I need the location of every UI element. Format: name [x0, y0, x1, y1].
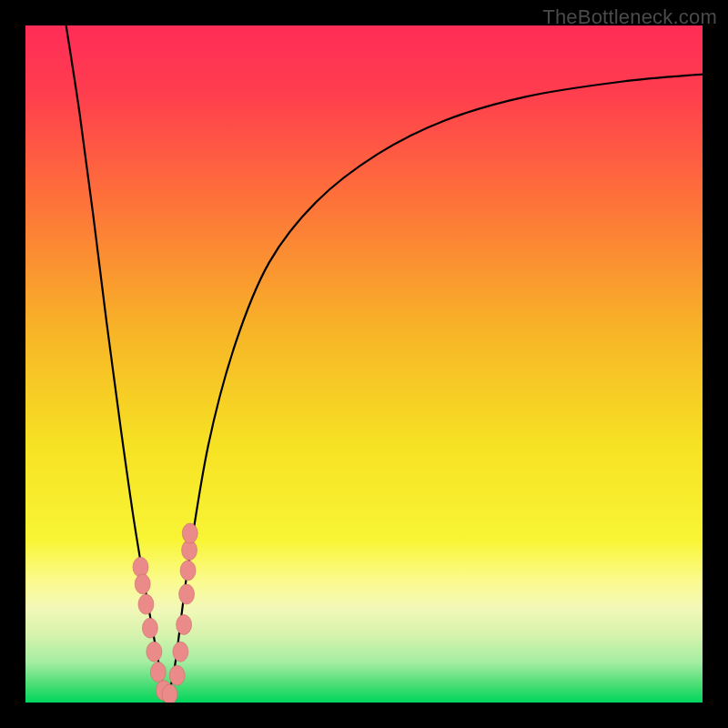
- plot-area: [25, 25, 703, 703]
- marker-point: [177, 614, 192, 634]
- marker-point: [142, 618, 157, 638]
- marker-point: [150, 662, 166, 682]
- curve-right-branch: [166, 75, 703, 703]
- marker-point: [182, 523, 197, 543]
- marker-point: [179, 584, 195, 604]
- marker-point: [138, 594, 154, 614]
- marker-point: [173, 642, 188, 662]
- curve-layer: [25, 25, 703, 703]
- chart-stage: TheBottleneck.com: [0, 0, 728, 728]
- watermark-label: TheBottleneck.com: [542, 5, 717, 29]
- marker-point: [169, 665, 185, 685]
- marker-point: [180, 561, 196, 581]
- marker-point: [135, 574, 150, 594]
- marker-point: [162, 684, 177, 703]
- marker-group: [133, 523, 197, 703]
- marker-point: [147, 642, 162, 662]
